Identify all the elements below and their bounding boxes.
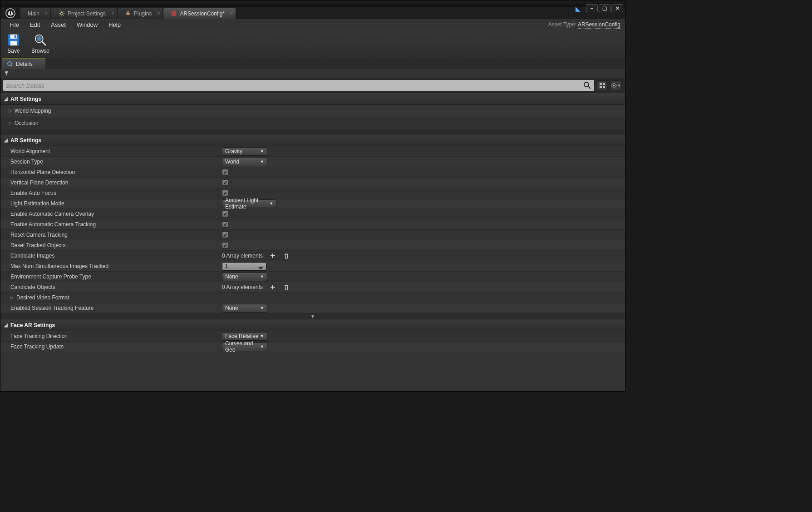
svg-point-0 [6,8,15,17]
chevron-down-icon: ▼ [260,149,264,154]
subtab-bar: Details [0,57,625,69]
expand-icon: ▷ [10,295,14,300]
details-panel: ◢ AR Settings ▷ World Mapping ▷ Occlusio… [0,93,625,391]
label-horiz-plane: Horizontal Plane Detection [0,167,218,177]
tab-project-settings[interactable]: Project Settings × [51,8,117,19]
menu-bar: File Edit Asset Window Help Asset Type: … [0,19,625,30]
pin-icon[interactable]: ◣ [576,5,581,12]
svg-rect-20 [603,86,605,88]
section-ar-settings-1[interactable]: ◢ AR Settings [0,93,625,105]
visibility-button[interactable]: ▼ [610,80,621,90]
window-maximize-button[interactable]: ▢ [599,4,610,12]
asset-type-link[interactable]: ARSessionConfig [578,21,620,29]
mini-toolbar [0,69,625,78]
dropdown-light-est[interactable]: Ambient Light Estimate▼ [222,199,276,208]
label-light-est: Light Estimation Mode [0,199,218,209]
tab-label: Plugins [134,10,152,17]
subrow-world-mapping[interactable]: ▷ World Mapping [0,105,625,117]
svg-point-1 [60,12,63,15]
trash-icon [284,253,289,259]
tab-main[interactable]: Main × [20,8,50,19]
label-world-alignment: World Alignment [0,146,218,156]
chevron-down-icon: ▼ [260,334,264,338]
svg-point-13 [8,62,11,65]
checkbox-horiz-plane[interactable] [222,169,228,175]
chevron-down-icon: ▼ [260,159,264,164]
tab-close-icon[interactable]: × [45,11,48,16]
array-count: 0 Array elements [222,253,263,259]
dropdown-sess-feature[interactable]: None▼ [222,304,267,313]
dropdown-env-probe[interactable]: None▼ [222,273,267,281]
plus-icon [270,253,276,258]
label-face-dir: Face Tracking Direction [0,331,218,341]
tab-arsessionconfig[interactable]: ARSessionConfig* × [163,8,236,19]
dropdown-face-update[interactable]: Curves and Geo▼ [222,343,267,351]
filter-icon[interactable] [4,70,9,77]
search-icon[interactable] [583,81,591,89]
gear-icon [59,10,65,17]
tab-close-icon[interactable]: × [111,11,114,16]
window-close-button[interactable]: ✕ [611,4,623,12]
checkbox-auto-tracking[interactable] [222,221,228,228]
tab-plugins[interactable]: Plugins × [118,8,162,19]
chevron-down-icon: ▼ [260,344,264,349]
dropdown-face-dir[interactable]: Face Relative▼ [222,332,267,341]
label-reset-tracked: Reset Tracked Objects [0,240,218,250]
menu-file[interactable]: File [4,19,25,30]
browse-button[interactable]: Browse [31,33,49,54]
subrow-occlusion[interactable]: ▷ Occlusion [0,117,625,129]
eye-icon [611,83,617,88]
menu-help[interactable]: Help [103,19,126,30]
menu-edit[interactable]: Edit [25,19,45,30]
collapse-icon: ◢ [4,138,8,143]
array-count: 0 Array elements [222,284,263,290]
svg-point-21 [613,85,615,86]
save-button[interactable]: Save [7,33,20,54]
search-input[interactable] [6,82,583,89]
dropdown-session-type[interactable]: World▼ [222,158,267,166]
menu-window[interactable]: Window [71,19,103,30]
label-auto-overlay: Enable Automatic Camera Overlay [0,209,218,219]
checkbox-reset-tracked[interactable] [222,242,228,249]
tab-label: ARSessionConfig* [180,10,225,17]
details-icon [7,61,13,67]
checkbox-auto-focus[interactable] [222,190,228,196]
clear-elements-button[interactable] [283,283,290,291]
asset-type-label: Asset Type: ARSessionConfig [548,21,620,28]
svg-point-11 [37,36,42,41]
dropdown-world-alignment[interactable]: Gravity▼ [222,147,267,156]
checkbox-auto-overlay[interactable] [222,211,228,217]
expand-icon: ▷ [9,109,12,113]
label-video-fmt[interactable]: ▷Desired Video Format [0,293,218,303]
drag-handle-icon: ◢ [257,263,265,270]
svg-line-16 [588,86,591,89]
show-advanced-button[interactable]: ▼ [0,313,625,319]
svg-rect-3 [127,11,128,12]
label-auto-focus: Enable Auto Focus [0,188,218,198]
view-grid-button[interactable] [597,80,608,90]
section-face-ar-settings[interactable]: ◢ Face AR Settings [0,319,625,331]
checkbox-vert-plane[interactable] [222,179,228,186]
svg-rect-4 [128,11,129,12]
clear-elements-button[interactable] [283,252,290,259]
section-ar-settings-2[interactable]: ◢ AR Settings [0,134,625,146]
chevron-down-icon: ▼ [260,306,264,310]
subtab-details[interactable]: Details [2,58,45,69]
tab-close-icon[interactable]: × [230,11,233,16]
tab-label: Project Settings [68,10,106,17]
svg-rect-8 [10,41,17,45]
window-minimize-button[interactable]: – [586,4,598,12]
numfield-max-sim[interactable]: 1◢ [222,262,266,271]
label-vert-plane: Vertical Plane Detection [0,178,218,188]
app-logo [0,7,20,19]
add-element-button[interactable] [269,252,276,259]
label-env-probe: Environment Capture Probe Type [0,272,218,282]
label-auto-tracking: Enable Automatic Camera Tracking [0,219,218,229]
menu-asset[interactable]: Asset [45,19,71,30]
add-element-button[interactable] [269,283,276,291]
svg-point-15 [584,82,589,87]
svg-rect-9 [15,35,16,38]
tab-close-icon[interactable]: × [157,11,160,16]
plus-icon [270,284,276,290]
checkbox-reset-cam[interactable] [222,232,228,238]
